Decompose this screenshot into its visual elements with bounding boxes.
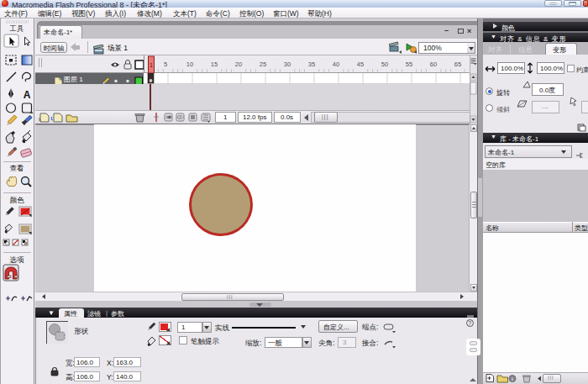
svg-text:颜色: 颜色	[10, 196, 25, 204]
svg-text:工具: 工具	[9, 24, 24, 33]
svg-text:i: i	[512, 376, 513, 382]
svg-text:15: 15	[211, 60, 218, 68]
svg-text:25: 25	[260, 60, 266, 68]
svg-text:1: 1	[150, 62, 153, 68]
svg-text:65: 65	[454, 60, 461, 68]
svg-text:50: 50	[381, 60, 388, 68]
svg-text:55: 55	[406, 60, 412, 68]
svg-text:40: 40	[333, 60, 339, 68]
svg-text:A: A	[24, 89, 31, 101]
svg-text:35: 35	[308, 60, 315, 68]
svg-text:10: 10	[186, 60, 193, 68]
svg-text:45: 45	[357, 60, 364, 68]
svg-text:20: 20	[235, 60, 242, 68]
svg-text:5: 5	[164, 60, 167, 68]
svg-text:30: 30	[284, 60, 291, 68]
svg-text:60: 60	[430, 60, 437, 68]
svg-text:选项: 选项	[9, 255, 25, 264]
svg-text:查看: 查看	[10, 164, 25, 172]
